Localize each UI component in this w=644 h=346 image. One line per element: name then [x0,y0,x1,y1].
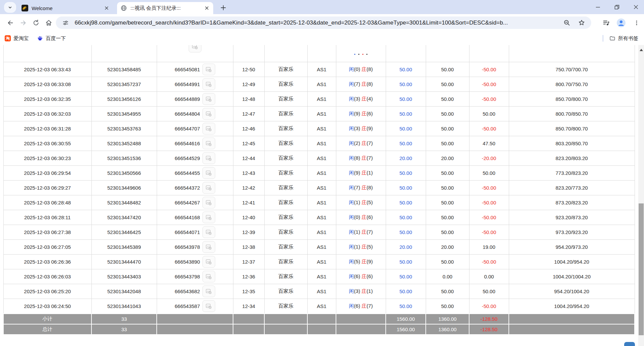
video-record-button[interactable] [202,285,215,297]
video-record-button[interactable] [202,241,215,253]
close-window-button[interactable] [631,2,641,12]
bet-amount-link[interactable]: 50.00 [386,107,426,121]
video-record-button[interactable] [202,256,215,268]
seat-cell: AS1 [307,284,336,299]
subtotal-row: 小计331560.001360.00-128.50 [3,314,635,324]
bet-amount-link[interactable]: 50.00 [386,77,426,92]
minimize-button[interactable] [593,2,603,12]
scrollbar-thumb[interactable] [639,203,644,335]
bet-side-label: (1) [354,244,362,249]
bet-amount-link[interactable]: 50.00 [386,225,426,240]
site-settings-tune-icon[interactable] [61,18,70,27]
tab-search-button[interactable] [4,2,16,13]
bet-amount-link[interactable]: 50.00 [386,181,426,195]
bet-side-label: (6) [367,273,373,279]
bet-content-cell [336,45,386,62]
tab-betrecord[interactable]: :::视讯 会员下注纪录::: [117,2,213,14]
bet-amount-link[interactable]: 20.00 [386,240,426,255]
video-record-button[interactable] [202,167,215,179]
bet-side-label: 庄 [362,155,367,161]
zoom-out-indicator-icon[interactable] [562,18,571,27]
tab-title: Welcome [32,5,101,11]
round-id-cell: 666543978 [157,240,233,255]
bet-record-table: 2025-12-03 06:33:43523013458485666545081… [3,45,635,335]
bet-content-cell: 闲(0) 庄(6) [336,210,386,225]
video-record-button[interactable] [202,212,215,223]
table-round-cell: 12-42 [233,181,264,195]
all-bookmarks-button[interactable]: 所有书签 [609,34,638,43]
bet-amount-link[interactable]: 50.00 [386,210,426,225]
result-cell: -50.00 [469,195,509,210]
balance-cell: 973.20/923.20 [509,225,635,240]
bet-amount-link[interactable]: 50.00 [386,136,426,151]
bookmark-baidu[interactable]: 百度一下 [37,34,66,43]
video-record-button[interactable] [202,64,215,75]
video-record-button[interactable] [202,78,215,90]
seat-cell: AS1 [307,151,336,166]
video-record-button[interactable] [202,182,215,194]
footer-empty-cell [233,324,264,335]
bet-amount-link[interactable]: 50.00 [386,166,426,181]
url-bar[interactable]: 66cxkj98.com/game/betrecord_search/kind3… [56,16,591,29]
video-record-button[interactable] [202,271,215,282]
floating-blue-button[interactable] [624,342,635,346]
close-tab-icon[interactable] [104,5,110,11]
video-record-button[interactable] [202,197,215,208]
result-cell: -20.00 [469,151,509,166]
table-round-cell [233,45,264,62]
round-id-text: 666545081 [175,67,200,72]
bet-amount-link[interactable]: 50.00 [386,284,426,299]
forward-button[interactable] [18,18,28,28]
bet-side-label: 庄 [362,229,367,235]
bet-amount-link[interactable]: 50.00 [386,299,426,314]
url-text[interactable]: 66cxkj98.com/game/betrecord_search/kind3… [75,20,562,26]
bet-side-label: (6) [354,303,362,309]
bet-amount-link[interactable]: 50.00 [386,121,426,136]
video-record-button[interactable] [202,93,215,105]
video-record-button[interactable] [202,123,215,134]
bet-id-cell: 523013446425 [91,225,157,240]
video-record-button[interactable] [202,138,215,149]
valid-amount-cell: 50.00 [426,210,469,225]
browser-menu-kebab-icon[interactable] [632,18,642,28]
footer-valid-total-cell: 1360.00 [426,324,469,335]
bet-amount-link[interactable]: 50.00 [386,195,426,210]
bet-side-label: 庄 [362,96,367,102]
new-tab-button[interactable] [219,3,228,12]
bet-side-label: 闲 [349,81,354,87]
media-controls-button[interactable] [601,18,611,28]
video-record-button[interactable] [202,108,215,120]
back-button[interactable] [5,18,15,28]
seat-cell: AS1 [307,299,336,314]
reload-button[interactable] [31,18,41,28]
profile-avatar[interactable] [616,18,626,28]
table-row-partial [3,45,635,62]
bet-amount-link[interactable]: 50.00 [386,92,426,107]
video-record-button[interactable] [189,45,201,52]
bet-time-cell: 2025-12-03 06:25:20 [3,284,91,299]
bookmark-star-icon[interactable] [577,18,586,27]
tab-welcome[interactable]: Welcome [18,2,113,14]
restore-window-button[interactable] [612,2,622,12]
seat-cell: AS1 [307,107,336,121]
video-record-button[interactable] [202,226,215,238]
grand-total-row: 总计331560.001360.00-128.50 [3,324,635,335]
bet-amount-link[interactable]: 50.00 [386,269,426,284]
bookmark-aitaobao[interactable]: 淘 爱淘宝 [5,34,29,43]
balance-cell: 750.70/700.70 [509,62,635,77]
bet-amount-link[interactable]: 50.00 [386,62,426,77]
bet-side-label: 庄 [362,244,367,249]
bet-amount-link[interactable]: 20.00 [386,151,426,166]
video-record-button[interactable] [202,152,215,164]
video-record-button[interactable] [202,300,215,312]
scrollbar-up-arrow-icon[interactable] [640,49,643,51]
bet-time-cell: 2025-12-03 06:26:36 [3,255,91,269]
bet-amount-link[interactable]: 50.00 [386,255,426,269]
round-id-text: 666544991 [175,81,200,87]
bet-side-label: 闲 [349,111,354,116]
close-tab-icon[interactable] [204,5,210,11]
home-button[interactable] [44,18,54,28]
bet-time-cell: 2025-12-03 06:32:03 [3,107,91,121]
game-name-cell: 百家乐 [264,269,307,284]
valid-amount-cell: 50.00 [426,195,469,210]
